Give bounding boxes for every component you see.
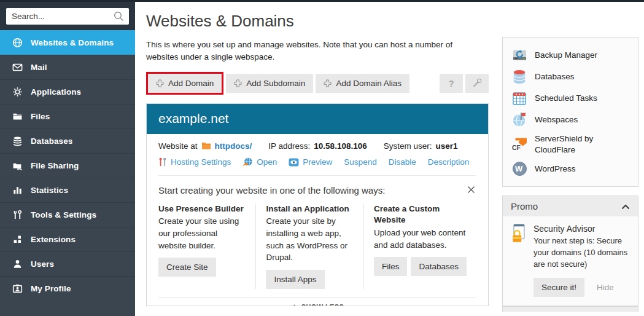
add-domain-button[interactable]: Add Domain [148, 74, 222, 93]
database-icon [12, 136, 23, 147]
domain-card: example.net Website at httpdocs/ IP addr… [146, 103, 489, 306]
search-icon[interactable] [113, 10, 125, 24]
add-domain-highlight-box: Add Domain [146, 72, 223, 95]
main-content: Websites & Domains This is where you set… [146, 2, 489, 306]
sidebar-item-applications[interactable]: Applications [0, 79, 135, 104]
promo-panel: Promo Security Advisor Your next step is… [502, 196, 638, 306]
svg-text:W: W [515, 164, 523, 173]
sidebar-item-label: Applications [31, 87, 81, 97]
sidebar-item-my-profile[interactable]: My Profile [0, 276, 135, 301]
sidebar-item-users[interactable]: Users [0, 251, 135, 276]
calendar-icon [511, 90, 527, 106]
sidebar-item-statistics[interactable]: Statistics [0, 178, 135, 202]
add-subdomain-button[interactable]: Add Subdomain [226, 74, 313, 93]
ip-value: 10.58.108.106 [314, 141, 367, 151]
website-at-label: Website at [158, 141, 198, 151]
sidebar-item-tools-settings[interactable]: Tools & Settings [0, 202, 135, 227]
toolbar: Add Domain Add Subdomain Add Domain Alia… [146, 72, 489, 95]
add-domain-alias-button[interactable]: Add Domain Alias [316, 74, 409, 93]
sidebar-item-label: Statistics [31, 186, 68, 195]
databases-link[interactable]: Databases [511, 66, 629, 87]
domain-actions-row: Hosting Settings Open Preview Suspend Di… [158, 152, 476, 175]
preview-link[interactable]: Preview [289, 157, 332, 167]
page-settings-button[interactable] [465, 74, 489, 93]
system-user-value: user1 [435, 141, 457, 151]
scheduled-tasks-link[interactable]: Scheduled Tasks [511, 87, 629, 109]
chevron-up-icon [291, 304, 298, 306]
question-mark-icon: ? [448, 78, 454, 89]
promo-panel-header[interactable]: Promo [503, 196, 638, 216]
sidebar-item-label: Files [31, 112, 50, 121]
column-text: Upload your web content and add database… [374, 227, 467, 251]
backup-manager-link[interactable]: Backup Manager [511, 44, 629, 66]
cut-panel-header[interactable]: System Overview [503, 307, 638, 312]
description-link[interactable]: Description [428, 157, 470, 167]
ip-label: IP address: [268, 141, 310, 151]
files-button[interactable]: Files [374, 257, 408, 276]
secure-it-button[interactable]: Secure it! [533, 278, 584, 297]
plus-icon [234, 79, 242, 87]
svg-text:CF: CF [512, 144, 521, 151]
hide-link[interactable]: Hide [597, 283, 614, 292]
sidebar-item-files[interactable]: Files [0, 104, 135, 128]
close-icon[interactable] [466, 184, 476, 197]
security-advisor-icon [511, 224, 528, 243]
hosting-settings-link[interactable]: Hosting Settings [158, 157, 231, 167]
column-text: Create your site using our professional … [158, 215, 246, 251]
domain-card-header: example.net [147, 104, 488, 134]
sidebar-item-websites-domains[interactable]: Websites & Domains [0, 30, 135, 55]
sidebar-item-label: Databases [31, 136, 72, 146]
hosting-settings-icon [158, 157, 167, 167]
right-sidebar: Backup Manager Databases Scheduled Tasks… [502, 37, 638, 312]
promo-body: Security Advisor Your next step is: Secu… [503, 216, 638, 306]
sidebar-item-file-sharing[interactable]: File Sharing [0, 153, 135, 178]
sidebar-item-mail[interactable]: Mail [0, 55, 135, 79]
gear-icon [12, 87, 23, 98]
wrench-icon [472, 78, 482, 88]
preview-eye-icon [289, 158, 299, 167]
page-description: This is where you set up and manage webs… [146, 39, 473, 64]
promo-title: Promo [511, 201, 538, 211]
column-heading: Create a Custom Website [374, 203, 467, 227]
domain-name: example.net [158, 111, 228, 125]
page-title: Websites & Domains [146, 12, 489, 31]
globe-icon [12, 38, 23, 49]
left-sidebar: Websites & Domains Mail Applications Fil… [0, 0, 135, 316]
webspaces-globe-flag-icon [511, 112, 527, 127]
folder-icon [12, 111, 23, 122]
search-input[interactable] [6, 8, 129, 25]
collapse-chevron-icon[interactable] [621, 201, 630, 211]
folder-icon [201, 141, 211, 150]
install-apps-button[interactable]: Install Apps [266, 270, 324, 289]
sidebar-item-label: Users [31, 259, 54, 269]
plus-icon [156, 79, 164, 87]
open-site-link[interactable]: Open [242, 157, 277, 167]
disable-link[interactable]: Disable [389, 157, 416, 167]
cut-off-panel: System Overview [502, 306, 638, 312]
extensions-icon [12, 234, 23, 245]
getting-started-title: Start creating your website in one of th… [158, 185, 385, 196]
wordpress-icon: W [511, 161, 527, 176]
databases-button[interactable]: Databases [411, 257, 467, 276]
security-advisor-title: Security Advisor [533, 224, 629, 234]
databases-icon [511, 69, 527, 84]
tools-icon [12, 210, 23, 221]
sidebar-item-databases[interactable]: Databases [0, 128, 135, 153]
help-button[interactable]: ? [440, 74, 463, 93]
wordpress-link[interactable]: W WordPress [511, 158, 629, 180]
servershield-link[interactable]: CF ServerShield by CloudFlare [511, 130, 629, 158]
open-globe-icon [242, 157, 253, 167]
mail-icon [12, 62, 23, 73]
create-site-button[interactable]: Create Site [158, 258, 216, 277]
system-user-label: System user: [384, 141, 432, 151]
show-less-toggle[interactable]: SHOW LESS [158, 298, 476, 306]
webspaces-link[interactable]: Webspaces [511, 109, 629, 130]
sidebar-item-label: My Profile [31, 284, 71, 293]
column-heading: Use Presence Builder [158, 203, 246, 215]
suspend-link[interactable]: Suspend [344, 157, 376, 167]
user-icon [12, 259, 23, 270]
presence-builder-column: Use Presence Builder Create your site us… [158, 203, 255, 289]
sidebar-item-label: Mail [31, 63, 47, 72]
docroot-link[interactable]: httpdocs/ [215, 141, 252, 151]
sidebar-item-extensions[interactable]: Extensions [0, 227, 135, 251]
